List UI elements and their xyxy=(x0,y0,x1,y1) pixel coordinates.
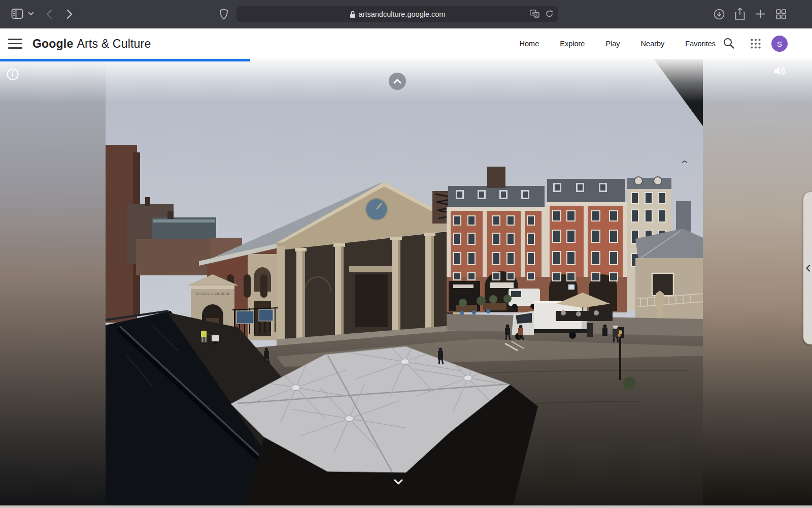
browser-toolbar: artsandculture.google.com A文 xyxy=(0,0,812,28)
pan-up-button[interactable] xyxy=(389,73,406,90)
nav-home[interactable]: Home xyxy=(520,40,539,48)
chevron-up-icon xyxy=(393,79,401,84)
nav-nearby[interactable]: Nearby xyxy=(641,40,665,48)
gatehouse-sign: ST PAUL'S CHURCH xyxy=(196,292,230,295)
info-button[interactable] xyxy=(6,68,19,81)
panorama-viewport[interactable]: ST PAUL'S CHURCH xyxy=(0,59,812,508)
new-tab-icon[interactable] xyxy=(755,9,766,19)
tab-overview-icon[interactable] xyxy=(775,9,787,20)
shield-icon[interactable] xyxy=(219,8,228,20)
nav-favorites[interactable]: Favorites xyxy=(685,40,716,48)
chevron-left-icon xyxy=(805,265,810,272)
svg-text:文: 文 xyxy=(534,13,538,17)
sidebar-chevron-icon[interactable] xyxy=(28,12,34,16)
side-panel-expand-tab[interactable] xyxy=(803,192,812,344)
tour-progress-track xyxy=(0,505,812,508)
logo-google: Google xyxy=(32,37,73,51)
pan-down-button[interactable] xyxy=(390,475,407,488)
sidebar-icon[interactable] xyxy=(11,8,23,19)
address-bar[interactable]: artsandculture.google.com A文 xyxy=(236,6,558,22)
google-apps-icon[interactable] xyxy=(750,38,761,51)
tour-progress-bar xyxy=(0,59,250,61)
lock-icon xyxy=(350,11,356,18)
forward-icon[interactable] xyxy=(66,9,73,19)
hanging-wreath xyxy=(623,377,635,389)
nav-explore[interactable]: Explore xyxy=(560,40,585,48)
main-nav: Home Explore Play Nearby Favorites xyxy=(520,28,716,59)
nav-play[interactable]: Play xyxy=(605,40,620,48)
chevron-down-icon xyxy=(394,479,403,485)
info-icon xyxy=(6,68,19,81)
hamburger-icon[interactable] xyxy=(8,37,22,50)
avatar[interactable]: S xyxy=(771,36,788,52)
translate-icon[interactable]: A文 xyxy=(530,10,539,19)
site-header: Google Arts & Culture Home Explore Play … xyxy=(0,28,812,59)
reload-icon[interactable] xyxy=(546,10,553,19)
back-icon[interactable] xyxy=(46,9,53,19)
pano-blur-left xyxy=(0,59,106,508)
browser-window: artsandculture.google.com A文 xyxy=(0,0,812,508)
mute-button[interactable] xyxy=(772,65,787,78)
share-icon[interactable] xyxy=(734,7,746,21)
search-icon[interactable] xyxy=(723,37,735,51)
covent-garden-panorama: ST PAUL'S CHURCH xyxy=(0,59,812,508)
logo-arts-culture: Arts & Culture xyxy=(77,37,151,51)
pano-blur-right xyxy=(703,59,812,508)
site-logo[interactable]: Google Arts & Culture xyxy=(32,28,151,59)
download-icon[interactable] xyxy=(714,9,725,20)
volume-icon xyxy=(772,65,787,78)
top-fade xyxy=(0,59,812,103)
url-text: artsandculture.google.com xyxy=(359,10,446,18)
